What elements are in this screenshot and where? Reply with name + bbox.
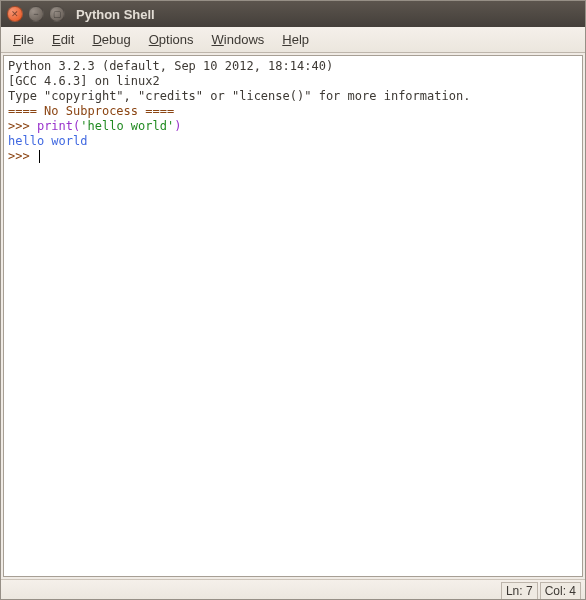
menu-file-rest: ile (21, 32, 34, 47)
menu-windows-rest: indows (224, 32, 264, 47)
status-line: Ln: 7 (501, 582, 538, 600)
menu-debug-rest: ebug (102, 32, 131, 47)
version-line: Python 3.2.3 (default, Sep 10 2012, 18:1… (8, 59, 333, 73)
gcc-line: [GCC 4.6.3] on linux2 (8, 74, 160, 88)
status-col: Col: 4 (540, 582, 581, 600)
input-paren-close: ) (174, 119, 181, 133)
menu-options-rest: ptions (159, 32, 194, 47)
info-line: Type "copyright", "credits" or "license(… (8, 89, 470, 103)
menu-debug[interactable]: Debug (84, 30, 138, 49)
text-cursor (39, 150, 40, 163)
subprocess-line: ==== No Subprocess ==== (8, 104, 174, 118)
menu-help[interactable]: Help (274, 30, 317, 49)
maximize-button[interactable]: ▢ (49, 6, 65, 22)
menu-windows[interactable]: Windows (204, 30, 273, 49)
statusbar: Ln: 7 Col: 4 (1, 579, 585, 600)
console-text[interactable]: Python 3.2.3 (default, Sep 10 2012, 18:1… (4, 56, 582, 167)
window-title: Python Shell (76, 7, 155, 22)
input-func: print (37, 119, 73, 133)
window-titlebar: ✕ − ▢ Python Shell (1, 1, 585, 27)
console-area[interactable]: Python 3.2.3 (default, Sep 10 2012, 18:1… (3, 55, 583, 577)
prompt-2: >>> (8, 149, 37, 163)
close-button[interactable]: ✕ (7, 6, 23, 22)
output-line: hello world (8, 134, 87, 148)
menu-edit[interactable]: Edit (44, 30, 82, 49)
menubar: File Edit Debug Options Windows Help (1, 27, 585, 53)
menu-options[interactable]: Options (141, 30, 202, 49)
menu-edit-rest: dit (61, 32, 75, 47)
prompt-1: >>> (8, 119, 37, 133)
input-string: 'hello world' (80, 119, 174, 133)
menu-help-rest: elp (292, 32, 309, 47)
minimize-button[interactable]: − (28, 6, 44, 22)
menu-file[interactable]: File (5, 30, 42, 49)
